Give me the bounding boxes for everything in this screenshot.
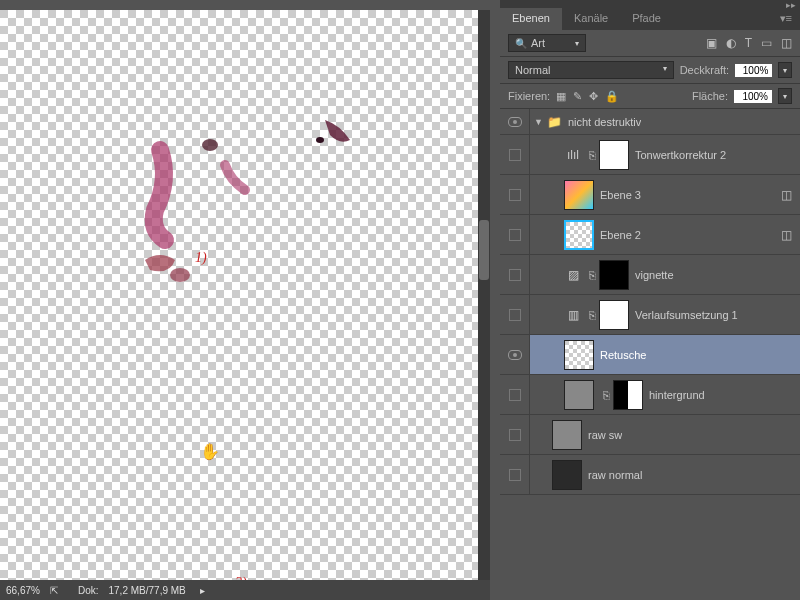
opacity-slider-button[interactable]: ▾ — [778, 62, 792, 78]
layer-name[interactable]: Tonwertkorrektur 2 — [635, 149, 726, 161]
layer-thumbnail[interactable] — [564, 340, 594, 370]
link-icon: ⎘ — [589, 269, 596, 281]
fill-label: Fläche: — [692, 90, 728, 102]
levels-icon: ılıl — [564, 148, 582, 162]
filter-type-dropdown[interactable]: 🔍 Art ▾ — [508, 34, 586, 52]
layer-name[interactable]: raw sw — [588, 429, 622, 441]
adjustment-icon: ▨ — [564, 268, 582, 282]
visibility-toggle[interactable] — [500, 375, 530, 414]
checkbox-icon — [509, 269, 521, 281]
svg-point-2 — [170, 268, 190, 282]
layer-name[interactable]: Ebene 3 — [600, 189, 641, 201]
visibility-toggle[interactable] — [500, 175, 530, 214]
layer-row[interactable]: raw normal — [500, 455, 800, 495]
blend-mode-dropdown[interactable]: Normal ▾ — [508, 61, 674, 79]
mask-thumbnail[interactable] — [599, 260, 629, 290]
zoom-level[interactable]: 66,67% — [6, 585, 40, 596]
visibility-toggle[interactable] — [500, 415, 530, 454]
layer-row[interactable]: ⎘ hintergrund — [500, 375, 800, 415]
visibility-toggle[interactable] — [500, 335, 530, 374]
fill-slider-button[interactable]: ▾ — [778, 88, 792, 104]
visibility-toggle[interactable] — [500, 215, 530, 254]
tab-channels[interactable]: Kanäle — [562, 8, 620, 30]
layers-panel: ▸▸ Ebenen Kanäle Pfade ▾≡ 🔍 Art ▾ ▣ ◐ T … — [500, 0, 800, 600]
filter-adjust-icon[interactable]: ◐ — [726, 36, 736, 50]
lock-label: Fixieren: — [508, 90, 550, 102]
status-menu-arrow[interactable]: ▸ — [200, 585, 205, 596]
eye-icon — [508, 117, 522, 127]
layer-name[interactable]: raw normal — [588, 469, 642, 481]
layer-name[interactable]: Verlaufsumsetzung 1 — [635, 309, 738, 321]
panel-collapse-strip[interactable]: ▸▸ — [500, 0, 800, 8]
smart-object-icon: ◫ — [781, 188, 792, 202]
tab-layers[interactable]: Ebenen — [500, 8, 562, 30]
eye-icon — [508, 350, 522, 360]
doc-label: Dok: — [78, 585, 99, 596]
export-icon[interactable]: ⇱ — [50, 585, 58, 596]
layer-thumbnail[interactable] — [564, 220, 594, 250]
checkbox-icon — [509, 149, 521, 161]
canvas[interactable]: 1) ✋ 2) — [0, 10, 490, 580]
blend-mode-value: Normal — [515, 64, 550, 76]
link-icon: ⎘ — [589, 309, 596, 321]
layer-name[interactable]: vignette — [635, 269, 674, 281]
layer-thumbnail[interactable] — [564, 180, 594, 210]
layer-row-selected[interactable]: Retusche — [500, 335, 800, 375]
fill-value[interactable]: 100% — [734, 90, 772, 103]
lock-paint-icon[interactable]: ✎ — [573, 90, 582, 103]
smart-object-icon: ◫ — [781, 228, 792, 242]
opacity-value[interactable]: 100% — [735, 64, 772, 77]
gradient-map-icon: ▥ — [564, 308, 582, 322]
filter-shape-icon[interactable]: ▭ — [761, 36, 772, 50]
mask-thumbnail[interactable] — [613, 380, 643, 410]
visibility-toggle[interactable] — [500, 295, 530, 334]
search-icon: 🔍 — [515, 38, 527, 49]
svg-point-0 — [202, 139, 218, 151]
layer-thumbnail[interactable] — [564, 380, 594, 410]
layer-row[interactable]: Ebene 3 ◫ — [500, 175, 800, 215]
layer-name[interactable]: Retusche — [600, 349, 646, 361]
layer-thumbnail[interactable] — [552, 460, 582, 490]
group-name[interactable]: nicht destruktiv — [568, 116, 641, 128]
panel-tabs: Ebenen Kanäle Pfade ▾≡ — [500, 8, 800, 30]
filter-label: Art — [531, 37, 545, 49]
chevron-updown-icon: ▾ — [663, 64, 667, 73]
doc-size: 17,2 MB/77,9 MB — [108, 585, 185, 596]
mask-thumbnail[interactable] — [599, 140, 629, 170]
layer-row[interactable]: ▨ ⎘ vignette — [500, 255, 800, 295]
filter-image-icon[interactable]: ▣ — [706, 36, 717, 50]
lock-transparency-icon[interactable]: ▦ — [556, 90, 566, 103]
filter-icons: ▣ ◐ T ▭ ◫ — [706, 36, 792, 50]
checkbox-icon — [509, 429, 521, 441]
layers-list: ▼ 📁 nicht destruktiv ılıl ⎘ Tonwertkorre… — [500, 109, 800, 495]
layer-name[interactable]: hintergrund — [649, 389, 705, 401]
tab-paths[interactable]: Pfade — [620, 8, 673, 30]
link-icon: ⎘ — [603, 389, 610, 401]
layer-row[interactable]: Ebene 2 ◫ — [500, 215, 800, 255]
layer-group[interactable]: ▼ 📁 nicht destruktiv — [500, 109, 800, 135]
opacity-label: Deckkraft: — [680, 64, 730, 76]
visibility-toggle[interactable] — [500, 455, 530, 494]
layer-row[interactable]: ▥ ⎘ Verlaufsumsetzung 1 — [500, 295, 800, 335]
lock-position-icon[interactable]: ✥ — [589, 90, 598, 103]
link-icon: ⎘ — [589, 149, 596, 161]
layer-name[interactable]: Ebene 2 — [600, 229, 641, 241]
layer-row[interactable]: ılıl ⎘ Tonwertkorrektur 2 — [500, 135, 800, 175]
visibility-toggle[interactable] — [500, 135, 530, 174]
filter-smart-icon[interactable]: ◫ — [781, 36, 792, 50]
layer-thumbnail[interactable] — [552, 420, 582, 450]
vertical-scrollbar[interactable] — [478, 10, 490, 580]
disclosure-triangle-icon[interactable]: ▼ — [534, 117, 543, 127]
status-bar: 66,67% ⇱ Dok: 17,2 MB/77,9 MB ▸ — [0, 580, 490, 600]
panel-menu-icon[interactable]: ▾≡ — [772, 8, 800, 30]
mask-thumbnail[interactable] — [599, 300, 629, 330]
filter-text-icon[interactable]: T — [745, 36, 752, 50]
scrollbar-thumb[interactable] — [479, 220, 489, 280]
visibility-toggle[interactable] — [500, 109, 530, 134]
checkbox-icon — [509, 389, 521, 401]
lock-all-icon[interactable]: 🔒 — [605, 90, 619, 103]
visibility-toggle[interactable] — [500, 255, 530, 294]
blend-row: Normal ▾ Deckkraft: 100% ▾ — [500, 57, 800, 83]
annotation-1: 1) — [195, 250, 207, 266]
layer-row[interactable]: raw sw — [500, 415, 800, 455]
